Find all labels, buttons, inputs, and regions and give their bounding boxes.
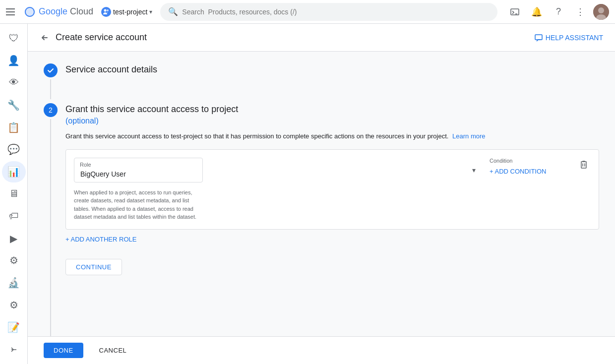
done-button[interactable]: DONE <box>44 343 83 358</box>
step2-indicator: 2 <box>44 103 58 357</box>
navbar-actions: 🔔 ? ⋮ <box>506 3 609 21</box>
back-button[interactable] <box>40 33 50 43</box>
role-description: When applied to a project, access to run… <box>74 188 203 221</box>
continue-section: CONTINUE <box>65 259 599 291</box>
sidebar-item-labels[interactable]: 🏷 <box>2 205 26 227</box>
step2-title: Grant this service account access to pro… <box>65 104 599 115</box>
learn-more-link[interactable]: Learn more <box>452 132 485 140</box>
project-name: test-project <box>113 8 147 16</box>
svg-rect-7 <box>535 35 542 40</box>
menu-icon[interactable] <box>6 6 18 18</box>
role-select-wrapper: Role BigQuery User BigQuery Admin BigQue… <box>74 158 482 182</box>
sidebar-item-tools[interactable]: 🔧 <box>2 94 26 116</box>
person-group-icon <box>103 8 110 15</box>
step1-title: Service account details <box>65 64 599 75</box>
avatar[interactable] <box>593 4 609 20</box>
page-title: Create service account <box>56 32 147 43</box>
navbar: Google Cloud test-project ▾ 🔍 🔔 ? ⋮ <box>0 0 615 24</box>
sidebar-item-analytics[interactable]: 📊 <box>2 161 26 182</box>
step2-content: Grant this service account access to pro… <box>65 103 599 357</box>
svg-point-5 <box>598 7 604 13</box>
svg-rect-3 <box>511 9 519 15</box>
sidebar-collapse-btn[interactable] <box>2 339 26 360</box>
main-content: Create service account HELP ASSISTANT <box>28 24 615 364</box>
role-card-left: Role BigQuery User BigQuery Admin BigQue… <box>74 158 482 221</box>
sidebar-item-console[interactable]: 🖥 <box>2 183 26 205</box>
logo: Google Cloud <box>24 6 93 18</box>
content-area: Service account details 2 Grant this ser… <box>28 52 615 364</box>
sidebar-item-support[interactable]: 💬 <box>2 139 26 160</box>
delete-role-button[interactable] <box>577 158 591 174</box>
help-assistant-label: HELP ASSISTANT <box>546 34 603 42</box>
step2-section: 2 Grant this service account access to p… <box>44 103 599 357</box>
step2-line <box>50 119 51 357</box>
search-icon: 🔍 <box>168 7 178 16</box>
bottom-bar: DONE CANCEL <box>28 336 615 364</box>
condition-section: Condition + ADD CONDITION <box>490 158 569 175</box>
sidebar-item-settings[interactable]: ⚙ <box>2 250 26 271</box>
condition-label: Condition <box>490 158 569 164</box>
sidebar-item-reports[interactable]: 📝 <box>2 316 26 338</box>
page-header-left: Create service account <box>40 32 147 43</box>
sidebar: 🛡 👤 👁 🔧 📋 💬 📊 🖥 🏷 ▶ ⚙ 🔬 ⚙ 📝 <box>0 24 28 364</box>
role-card: Role BigQuery User BigQuery Admin BigQue… <box>65 149 599 230</box>
delete-icon <box>579 160 589 170</box>
search-input[interactable] <box>182 8 490 16</box>
page-header: Create service account HELP ASSISTANT <box>28 24 615 52</box>
role-select[interactable]: BigQuery User BigQuery Admin BigQuery Da… <box>74 158 203 182</box>
step1-content: Service account details <box>65 63 599 99</box>
chevron-down-icon: ▾ <box>472 166 476 174</box>
sidebar-item-experiments[interactable]: 🔬 <box>2 272 26 294</box>
project-selector[interactable]: test-project ▾ <box>101 7 152 17</box>
sidebar-item-identity[interactable]: 👁 <box>2 72 26 94</box>
step1-line <box>50 79 51 99</box>
step1-indicator <box>44 63 58 99</box>
project-icon <box>101 7 111 17</box>
collapse-icon <box>9 345 18 354</box>
cloud-shell-icon[interactable] <box>506 3 524 21</box>
cancel-button[interactable]: CANCEL <box>91 343 135 358</box>
continue-button[interactable]: CONTINUE <box>65 259 122 275</box>
sidebar-item-iam[interactable]: 👤 <box>2 50 26 71</box>
more-options-icon[interactable]: ⋮ <box>571 3 589 21</box>
step2-number: 2 <box>44 103 58 117</box>
svg-point-1 <box>104 9 107 11</box>
search-bar[interactable]: 🔍 <box>160 3 497 21</box>
user-avatar-image <box>593 4 609 20</box>
google-cloud-logo-icon <box>24 6 36 18</box>
add-condition-button[interactable]: + ADD CONDITION <box>490 168 569 175</box>
sidebar-item-config[interactable]: ⚙ <box>2 295 26 316</box>
sidebar-item-logs[interactable]: 📋 <box>2 117 26 138</box>
help-assistant-icon <box>535 34 543 42</box>
role-label: Role <box>80 162 91 168</box>
step2-subtitle: (optional) <box>65 117 599 125</box>
add-another-role-button[interactable]: + ADD ANOTHER ROLE <box>65 236 136 243</box>
help-assistant-button[interactable]: HELP ASSISTANT <box>535 34 603 42</box>
notifications-icon[interactable]: 🔔 <box>528 3 546 21</box>
sidebar-item-security[interactable]: 🛡 <box>2 28 26 49</box>
step2-description: Grant this service account access to tes… <box>65 131 599 141</box>
svg-point-2 <box>107 9 109 11</box>
step1-check-icon <box>44 63 58 77</box>
help-icon[interactable]: ? <box>550 3 567 21</box>
back-arrow-icon <box>40 33 50 43</box>
checkmark-icon <box>47 67 54 74</box>
logo-text: Google Cloud <box>39 6 93 17</box>
chevron-down-icon: ▾ <box>149 8 152 15</box>
terminal-icon <box>510 7 520 17</box>
sidebar-item-deploy[interactable]: ▶ <box>2 228 26 249</box>
step1-section: Service account details <box>44 63 599 99</box>
